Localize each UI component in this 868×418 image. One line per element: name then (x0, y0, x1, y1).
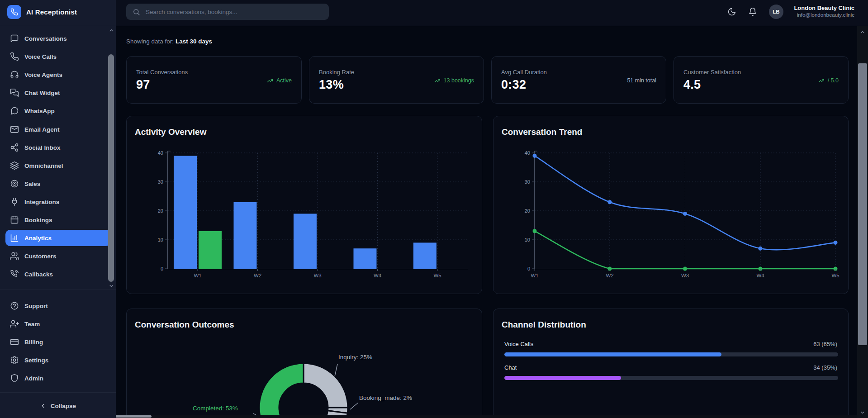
stat-label: Avg Call Duration (501, 69, 547, 76)
trend-up-icon (818, 78, 825, 84)
sidebar-scrollbar[interactable] (108, 54, 114, 282)
svg-text:W2: W2 (254, 273, 261, 278)
sidebar-item-label: Chat Widget (24, 90, 60, 96)
sidebar-item-label: WhatsApp (24, 108, 55, 114)
sidebar: AI Receptionist ConversationsVoice Calls… (0, 0, 116, 418)
stat-value: 0:32 (501, 78, 526, 92)
stat-trend: Active (266, 77, 292, 84)
stat-trend-text: Active (276, 77, 292, 84)
vertical-scrollbar-thumb[interactable] (858, 63, 867, 345)
scroll-up-icon[interactable] (860, 29, 865, 35)
stat-trend: 13 bookings (434, 77, 474, 84)
bell-icon (748, 7, 757, 16)
avatar[interactable]: LB (769, 5, 783, 19)
stat-trend-text: 51 min total (627, 77, 656, 84)
notifications-button[interactable] (748, 7, 757, 16)
sidebar-divider-bottom (0, 392, 116, 393)
bar-conversations-W5 (413, 242, 436, 269)
phone-icon (10, 52, 19, 61)
sidebar-item-conversations[interactable]: Conversations (5, 30, 110, 47)
account-info[interactable]: London Beauty Clinic info@londonbeauty.c… (794, 5, 854, 18)
point-conversations-W3 (683, 212, 687, 216)
svg-text:W4: W4 (374, 273, 382, 278)
sidebar-item-voice-calls[interactable]: Voice Calls (5, 48, 110, 65)
sidebar-item-billing[interactable]: Billing (5, 334, 110, 350)
vertical-scrollbar[interactable] (857, 26, 868, 418)
sidebar-item-sales[interactable]: Sales (5, 176, 110, 192)
svg-text:0: 0 (161, 266, 163, 271)
date-range-prefix: Showing data for: (126, 38, 174, 45)
account-name: London Beauty Clinic (794, 5, 854, 12)
sidebar-item-omnichannel[interactable]: Omnichannel (5, 157, 110, 174)
sidebar-item-label: Bookings (24, 217, 52, 223)
sidebar-header: AI Receptionist (0, 0, 116, 26)
channel-label: Chat (504, 364, 517, 371)
sidebar-item-chat-widget[interactable]: Chat Widget (5, 85, 110, 101)
conversation-outcomes-card: Conversation Outcomes Inquiry: 25% Booki… (126, 309, 482, 418)
bar-chart-icon (10, 233, 19, 242)
mail-icon (10, 125, 19, 134)
stat-trend-text: 13 bookings (444, 77, 474, 84)
svg-text:30: 30 (525, 179, 530, 185)
sidebar-item-admin[interactable]: Admin (5, 370, 110, 386)
calendar-icon (10, 215, 19, 224)
channel-label: Voice Calls (504, 341, 533, 347)
horizontal-scrollbar[interactable] (0, 415, 857, 418)
sidebar-item-email-agent[interactable]: Email Agent (5, 121, 110, 138)
svg-text:10: 10 (158, 237, 163, 242)
svg-text:W5: W5 (831, 273, 839, 278)
sidebar-item-integrations[interactable]: Integrations (5, 194, 110, 210)
activity-overview-card: Activity Overview 010203040W1W2W3W4W5 (126, 116, 482, 294)
scroll-down-icon[interactable] (860, 410, 865, 415)
stat-label: Customer Satisfaction (683, 69, 741, 76)
app-logo (7, 5, 21, 19)
sidebar-item-team[interactable]: Team (5, 316, 110, 332)
collapse-sidebar-button[interactable]: Collapse (0, 398, 116, 414)
sidebar-item-label: Admin (24, 375, 43, 382)
trend-up-icon (434, 78, 441, 84)
conversation-outcomes-donut-chart (127, 309, 483, 418)
chevron-down-icon[interactable] (109, 283, 114, 289)
sidebar-item-bookings[interactable]: Bookings (5, 212, 110, 228)
plug-icon (10, 197, 19, 206)
donut-slice-completed (259, 363, 312, 418)
bar-conversations-W4 (354, 248, 377, 269)
svg-text:W5: W5 (433, 273, 441, 278)
app-root: AI Receptionist ConversationsVoice Calls… (0, 0, 868, 418)
sidebar-item-label: Analytics (24, 235, 52, 242)
sidebar-item-voice-agents[interactable]: Voice Agents (5, 66, 110, 83)
sidebar-item-analytics[interactable]: Analytics (5, 230, 110, 246)
trend-up-icon (266, 78, 274, 84)
stat-label: Total Conversations (136, 69, 188, 76)
activity-overview-bar-chart: 010203040W1W2W3W4W5 (127, 116, 483, 294)
sidebar-item-label: Email Agent (24, 126, 60, 133)
app-title: AI Receptionist (26, 8, 77, 16)
sidebar-item-settings[interactable]: Settings (5, 352, 110, 368)
sidebar-item-label: Conversations (24, 35, 67, 42)
sidebar-item-support[interactable]: Support (5, 298, 110, 314)
sidebar-item-label: Sales (24, 180, 40, 187)
stat-value: 4.5 (683, 78, 701, 92)
donut-label-booking-made: Booking_made: 2% (359, 394, 412, 401)
phone-icon (10, 8, 18, 16)
sidebar-item-whatsapp[interactable]: WhatsApp (5, 103, 110, 119)
svg-text:W4: W4 (756, 273, 764, 278)
sidebar-item-label: Billing (24, 339, 43, 346)
svg-text:10: 10 (525, 237, 530, 242)
sidebar-item-label: Voice Agents (24, 71, 62, 78)
settings-icon (10, 356, 19, 365)
sidebar-item-callbacks[interactable]: Callbacks (5, 266, 110, 282)
svg-text:W2: W2 (606, 273, 613, 278)
sidebar-item-label: Team (24, 321, 40, 328)
dark-mode-toggle[interactable] (727, 7, 736, 16)
sidebar-item-social-inbox[interactable]: Social Inbox (5, 139, 110, 156)
share-icon (10, 143, 19, 152)
svg-text:40: 40 (158, 150, 163, 156)
message-square-icon (10, 34, 19, 43)
point-conversations-W4 (759, 247, 763, 251)
stat-trend: / 5.0 (818, 77, 839, 84)
sidebar-item-customers[interactable]: Customers (5, 248, 110, 264)
line-bookings (535, 231, 835, 269)
search-input[interactable] (145, 8, 329, 16)
bar-conversations-W2 (234, 202, 257, 269)
